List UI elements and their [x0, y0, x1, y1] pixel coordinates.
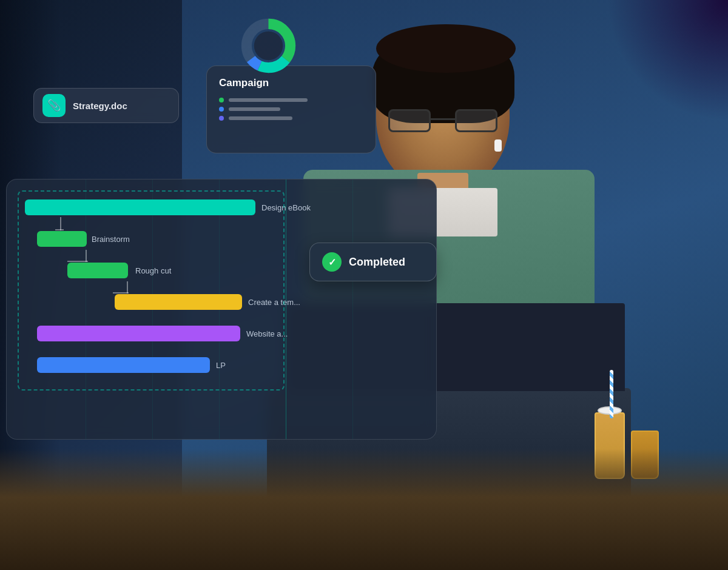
gantt-selection-box: [18, 190, 285, 391]
campaign-row-3: [219, 116, 363, 121]
completed-label: Completed: [349, 256, 405, 269]
completed-check-icon: ✓: [322, 252, 342, 272]
campaign-dot-1: [219, 98, 224, 102]
donut-chart: [240, 17, 297, 75]
strategy-icon: 📎: [42, 94, 66, 117]
campaign-card[interactable]: Campaign: [206, 65, 376, 153]
svg-point-4: [254, 32, 283, 61]
campaign-row-2: [219, 107, 363, 112]
strategy-label: Strategy.doc: [73, 101, 127, 111]
campaign-bar-2: [229, 107, 280, 111]
ui-overlay: 📎 Strategy.doc Campaign: [0, 0, 728, 570]
completed-badge[interactable]: ✓ Completed: [309, 243, 437, 281]
campaign-title: Campaign: [219, 77, 363, 89]
campaign-bar-3: [229, 116, 292, 120]
strategy-card[interactable]: 📎 Strategy.doc: [33, 88, 179, 123]
campaign-dot-3: [219, 116, 224, 121]
campaign-row-1: [219, 98, 363, 102]
gantt-card[interactable]: Design eBook Brainstorm Rough cut Create…: [6, 179, 437, 440]
campaign-dot-2: [219, 107, 224, 112]
campaign-bar-1: [229, 98, 308, 102]
